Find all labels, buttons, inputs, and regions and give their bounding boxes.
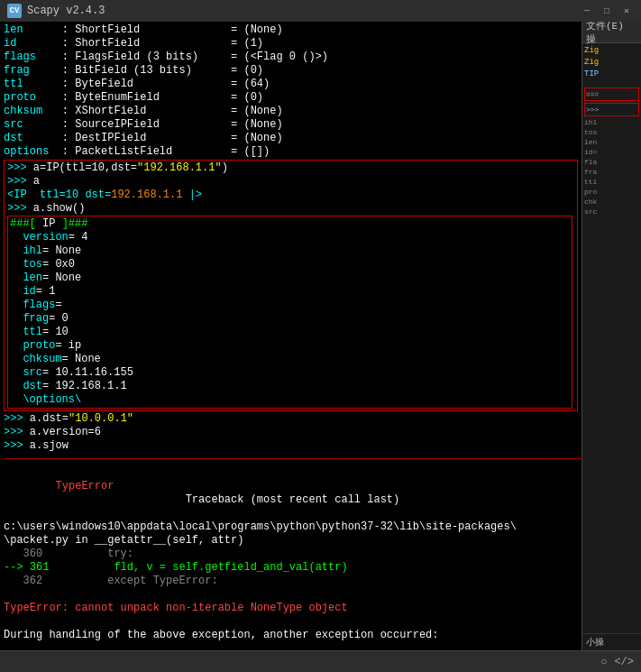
right-panel-header: 文件(E) 操 xyxy=(582,22,641,43)
r-id: id= xyxy=(584,147,639,157)
maximize-button[interactable]: □ xyxy=(600,4,614,18)
show-header: ###[ IP ]### xyxy=(10,217,570,231)
right-box-content: ### xyxy=(586,89,637,99)
field-line-chksum: chksum : XShortField = (None) xyxy=(4,105,578,118)
field-line-proto: proto : ByteEnumField = (0) xyxy=(4,91,578,105)
r-tos: tos xyxy=(584,127,639,137)
show-dst: dst= 192.168.1.1 xyxy=(10,380,570,393)
ip-show-output: ###[ IP ]### version= 4 ihl= None tos= 0… xyxy=(7,216,572,409)
zig-line-1: Zig xyxy=(584,45,639,57)
code-icon[interactable]: </> xyxy=(614,656,634,668)
r-ttl: ttl xyxy=(584,177,639,187)
show-src: src= 10.11.16.155 xyxy=(10,366,570,380)
command-3: >>> a.show() xyxy=(7,202,574,216)
show-chksum: chksum= None xyxy=(10,353,570,366)
zig-line-2: Zig xyxy=(584,57,639,69)
right-panel: 文件(E) 操 Zig Zig TIP ### >>> ihl tos len … xyxy=(581,22,641,650)
field-line-len: len : ShortField = (None) xyxy=(4,23,578,37)
command-6: >>> a.sjow xyxy=(4,439,578,453)
window-title: Scapy v2.4.3 xyxy=(27,5,580,17)
right-fields: ihl tos len id= fla fra ttl pro chk src xyxy=(584,117,639,216)
show-ttl: ttl= 10 xyxy=(10,326,570,339)
show-proto: proto= ip xyxy=(10,339,570,353)
traceback-file-2: \packet.py in __getattr__(self, attr) xyxy=(4,534,578,548)
show-version: version= 4 xyxy=(10,231,570,244)
terminal-content: len : ShortField = (None) id : ShortFiel… xyxy=(0,22,581,650)
circle-icon[interactable]: ○ xyxy=(600,656,607,668)
field-line-id: id : ShortField = (1) xyxy=(4,37,578,51)
r-pro: pro xyxy=(584,187,639,197)
show-len: len= None xyxy=(10,272,570,285)
status-bar: ○ </> xyxy=(0,650,641,672)
blank-line-2 xyxy=(4,615,578,629)
right-red-box: ### xyxy=(584,87,639,101)
r-fra: fra xyxy=(584,167,639,177)
dashed-separator: ────────────────────────────────────────… xyxy=(4,453,578,466)
traceback-361: --> 361 fld, v = self.getfield_and_val(a… xyxy=(4,561,578,575)
field-line-options: options : PacketListField = ([]) xyxy=(4,145,578,159)
traceback-360: 360 try: xyxy=(4,548,578,561)
error-type-line: TypeError Traceback (most recent call la… xyxy=(4,466,578,520)
right-mini-label: 小操 xyxy=(586,638,604,648)
r-src: src xyxy=(584,207,639,216)
terminal-panel[interactable]: len : ShortField = (None) id : ShortFiel… xyxy=(0,22,581,650)
ip-display-line: <IP ttl=10 dst=192.168.1.1 |> xyxy=(7,189,574,202)
field-line-dst: dst : DestIPField = (None) xyxy=(4,132,578,145)
show-frag: frag= 0 xyxy=(10,312,570,326)
field-line-src: src : SourceIPField = (None) xyxy=(4,118,578,132)
r-chk: chk xyxy=(584,197,639,207)
r-ihl: ihl xyxy=(584,117,639,127)
traceback-362: 362 except TypeError: xyxy=(4,575,578,588)
error-message-2: During handling of the above exception, … xyxy=(4,629,578,642)
tip-line: TIP xyxy=(584,69,639,80)
command-1: >>> a=IP(ttl=10,dst="192.168.1.1") xyxy=(7,161,574,175)
status-icons: ○ </> xyxy=(600,656,634,668)
error-message: TypeError: cannot unpack non-iterable No… xyxy=(4,602,578,615)
window-controls: ─ □ ✕ xyxy=(580,4,634,18)
r-len: len xyxy=(584,137,639,147)
command-5: >>> a.version=6 xyxy=(4,426,578,439)
show-ihl: ihl= None xyxy=(10,244,570,258)
show-flags: flags= xyxy=(10,299,570,312)
close-button[interactable]: ✕ xyxy=(619,4,634,18)
command-2: >>> a xyxy=(7,175,574,189)
blank-line xyxy=(4,588,578,602)
show-tos: tos= 0x0 xyxy=(10,258,570,272)
field-line-flags: flags : FlagsField (3 bits) = (<Flag 0 (… xyxy=(4,51,578,64)
field-line-frag: frag : BitField (13 bits) = (0) xyxy=(4,64,578,78)
right-panel-content: Zig Zig TIP ### >>> ihl tos len id= fla … xyxy=(582,43,641,218)
traceback-file-1: c:\users\windows10\appdata\local\program… xyxy=(4,520,578,534)
main-layout: len : ShortField = (None) id : ShortFiel… xyxy=(0,22,641,650)
command-4: >>> a.dst="10.0.0.1" xyxy=(4,412,578,426)
app-icon: CV xyxy=(7,4,22,18)
right-bottom-label: 小操 xyxy=(582,633,641,650)
right-panel-title: 文件(E) 操 xyxy=(586,22,637,46)
show-options: \options\ xyxy=(10,393,570,407)
right-spacer xyxy=(584,80,639,87)
show-id: id= 1 xyxy=(10,285,570,299)
title-bar: CV Scapy v2.4.3 ─ □ ✕ xyxy=(0,0,641,22)
right-red-box-2: >>> xyxy=(584,103,639,116)
red-border-commands: >>> a=IP(ttl=10,dst="192.168.1.1") >>> a… xyxy=(4,160,578,411)
minimize-button[interactable]: ─ xyxy=(580,4,594,18)
r-fla: fla xyxy=(584,157,639,167)
field-line-ttl: ttl : ByteField = (64) xyxy=(4,78,578,91)
